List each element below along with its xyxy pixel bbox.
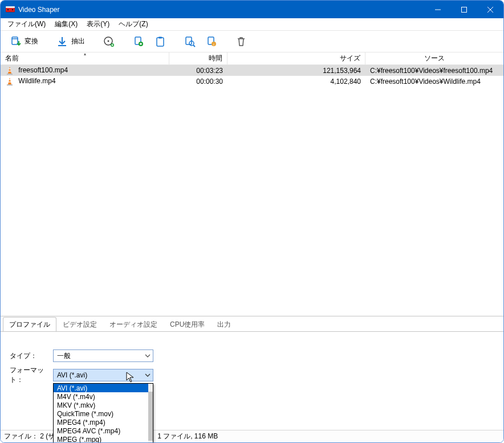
info-button[interactable]: i [201, 33, 222, 50]
convert-button[interactable]: 変換 [5, 33, 43, 50]
add-file-button[interactable] [128, 33, 149, 50]
file-source: C:¥freesoft100¥Videos¥freesoft100.mp4 [365, 67, 503, 75]
menu-file[interactable]: ファイル(W) [3, 18, 50, 30]
paste-button[interactable] [150, 33, 170, 50]
svg-rect-5 [462, 7, 467, 12]
svg-rect-18 [158, 36, 162, 38]
extract-icon [56, 36, 68, 47]
tab-output[interactable]: 出力 [211, 317, 237, 332]
svg-rect-1 [6, 6, 15, 8]
col-name-label: 名前 [5, 54, 19, 63]
svg-point-3 [12, 9, 13, 10]
menu-edit[interactable]: 編集(X) [50, 18, 82, 30]
type-label: タイプ： [10, 351, 53, 361]
tab-strip: プロファイル ビデオ設定 オーディオ設定 CPU使用率 出力 [1, 316, 503, 331]
tab-audio[interactable]: オーディオ設定 [103, 317, 164, 332]
scrollbar-thumb[interactable] [148, 392, 153, 441]
format-select[interactable]: AVI (*.avi) [53, 369, 153, 381]
file-info-icon: i [206, 36, 217, 47]
app-window: Video Shaper ファイル(W) 編集(X) 表示(Y) ヘルプ(Z) … [0, 0, 504, 443]
tab-cpu[interactable]: CPU使用率 [164, 317, 211, 332]
menu-bar: ファイル(W) 編集(X) 表示(Y) ヘルプ(Z) [1, 18, 503, 31]
svg-line-21 [193, 45, 195, 47]
add-file-icon [133, 36, 144, 47]
maximize-button[interactable] [451, 1, 477, 18]
col-source[interactable]: ソース [365, 52, 503, 64]
table-row[interactable]: Wildlife.mp4 00:00:30 4,102,840 C:¥frees… [1, 76, 503, 87]
svg-point-2 [7, 9, 9, 10]
clipboard-icon [155, 36, 166, 47]
col-time[interactable]: 時間 [169, 52, 227, 64]
file-name: Wildlife.mp4 [18, 77, 55, 85]
file-name: freesoft100.mp4 [18, 66, 68, 74]
minimize-button[interactable] [425, 1, 451, 18]
dropdown-scrollbar[interactable] [148, 384, 153, 443]
file-size: 121,153,964 [227, 67, 365, 75]
extract-button[interactable]: 抽出 [52, 33, 90, 50]
format-option[interactable]: MKV (*.mkv) [54, 401, 153, 409]
file-time: 00:00:30 [169, 78, 227, 86]
file-source: C:¥freesoft100¥Videos¥Wildlife.mp4 [365, 78, 503, 86]
extract-label: 抽出 [71, 36, 85, 46]
format-label: フォーマット： [10, 365, 53, 385]
file-time: 00:03:23 [169, 67, 227, 75]
col-name[interactable]: 名前 ▴ [1, 52, 169, 64]
menu-help[interactable]: ヘルプ(Z) [114, 18, 152, 30]
svg-rect-31 [8, 82, 11, 82]
svg-rect-0 [6, 7, 15, 12]
window-title: Video Shaper [18, 6, 60, 14]
trash-icon [235, 36, 247, 47]
table-body: freesoft100.mp4 00:03:23 121,153,964 C:¥… [1, 65, 503, 87]
format-dropdown[interactable]: AVI (*.avi) M4V (*.m4v) MKV (*.mkv) Quic… [53, 383, 153, 443]
type-value: 一般 [57, 351, 71, 361]
title-bar: Video Shaper [1, 1, 503, 18]
svg-rect-27 [8, 71, 11, 71]
svg-marker-29 [8, 78, 11, 84]
format-option[interactable]: AVI (*.avi) [54, 384, 153, 392]
svg-rect-32 [7, 84, 13, 86]
convert-icon [10, 36, 21, 47]
convert-label: 変換 [25, 36, 38, 46]
vlc-cone-icon [5, 77, 14, 86]
vlc-cone-icon [5, 66, 14, 75]
tab-profile[interactable]: プロファイル [3, 317, 56, 332]
delete-button[interactable] [231, 33, 251, 50]
format-option[interactable]: MPEG4 AVC (*.mp4) [54, 426, 153, 435]
mouse-cursor-icon [126, 372, 135, 385]
format-option[interactable]: QuickTime (*.mov) [54, 409, 153, 418]
file-table: 名前 ▴ 時間 サイズ ソース freesoft100.mp4 00:03:23… [1, 52, 503, 87]
table-row[interactable]: freesoft100.mp4 00:03:23 121,153,964 C:¥… [1, 65, 503, 76]
svg-rect-8 [12, 37, 18, 44]
format-value: AVI (*.avi) [57, 371, 87, 379]
preview-icon [184, 36, 196, 47]
svg-rect-30 [9, 79, 11, 80]
col-size[interactable]: サイズ [227, 52, 365, 64]
format-option[interactable]: MPEG4 (*.mp4) [54, 418, 153, 426]
list-area[interactable] [1, 87, 503, 316]
type-select[interactable]: 一般 [53, 349, 153, 362]
file-size: 4,102,840 [227, 78, 365, 86]
format-option[interactable]: M4V (*.m4v) [54, 392, 153, 401]
format-option[interactable]: MPEG (*.mpg) [54, 435, 153, 443]
table-header: 名前 ▴ 時間 サイズ ソース [1, 52, 503, 65]
chevron-down-icon [145, 372, 151, 380]
close-button[interactable] [477, 1, 503, 18]
toolbar: 変換 抽出 [1, 31, 503, 52]
preview-button[interactable] [180, 33, 200, 50]
tab-content-profile: タイプ： 一般 フォーマット： AVI (*.avi) AVI (*.avi) … [1, 331, 503, 430]
app-icon [6, 6, 15, 13]
chevron-down-icon [145, 352, 151, 360]
disc-icon [103, 36, 115, 47]
disc-button[interactable] [99, 33, 119, 50]
settings-panel: プロファイル ビデオ設定 オーディオ設定 CPU使用率 出力 タイプ： 一般 フ… [1, 316, 503, 430]
svg-rect-17 [157, 38, 164, 46]
svg-rect-26 [9, 68, 11, 69]
svg-marker-25 [8, 67, 11, 74]
svg-text:i: i [213, 43, 214, 46]
tab-video[interactable]: ビデオ設定 [56, 317, 103, 332]
svg-rect-28 [7, 74, 13, 75]
sort-asc-icon: ▴ [84, 51, 86, 56]
svg-point-13 [108, 40, 109, 42]
menu-view[interactable]: 表示(Y) [82, 18, 114, 30]
